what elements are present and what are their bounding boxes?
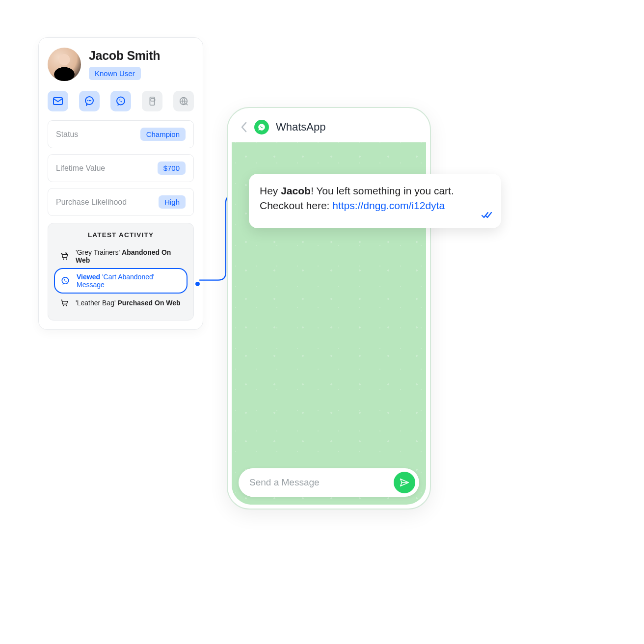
message-link[interactable]: https://dngg.com/i12dyta [332, 200, 445, 211]
whatsapp-logo-icon [254, 120, 269, 134]
stat-likelihood: Purchase Likelihood High [48, 188, 194, 216]
phone-header: WhatsApp [232, 112, 426, 142]
channel-whatsapp[interactable] [110, 91, 131, 111]
channel-web[interactable] [173, 91, 194, 111]
send-button[interactable] [394, 472, 415, 493]
send-icon [399, 477, 410, 488]
whatsapp-icon [115, 95, 127, 107]
whatsapp-icon [60, 275, 71, 286]
activity-title: LATEST ACTIVITY [54, 231, 188, 239]
back-button[interactable] [241, 122, 247, 133]
svg-point-5 [117, 97, 125, 105]
globe-icon [178, 96, 189, 107]
svg-point-9 [63, 259, 64, 260]
message-bubble: Hey Jacob! You left something in you car… [249, 174, 501, 228]
activity-text: 'Leather Bag' Purchased On Web [76, 299, 181, 307]
read-receipt-icon [482, 208, 492, 223]
known-user-badge: Known User [89, 67, 141, 80]
chat-bubble-icon [83, 95, 95, 107]
profile-ident: Jacob Smith Known User [89, 49, 160, 80]
channel-push[interactable] [142, 91, 162, 111]
profile-name: Jacob Smith [89, 49, 160, 63]
chevron-left-icon [241, 122, 247, 133]
stat-label: Lifetime Value [56, 164, 105, 173]
activity-item[interactable]: 'Grey Trainers' Abandoned On Web [54, 244, 188, 268]
compose-input[interactable]: Send a Message [249, 477, 394, 488]
push-icon [147, 96, 158, 107]
svg-point-12 [63, 305, 64, 307]
connector-dot-start [195, 282, 200, 286]
stat-label: Purchase Likelihood [56, 198, 127, 207]
channel-sms[interactable] [79, 91, 100, 111]
stat-value: Champion [140, 128, 186, 141]
activity-text: Viewed 'Cart Abandoned' Message [77, 273, 182, 289]
app-title: WhatsApp [276, 121, 326, 134]
phone-mock: WhatsApp Send a Message [227, 107, 431, 510]
stat-label: Status [56, 130, 78, 139]
cart-icon [59, 297, 70, 308]
svg-point-2 [87, 100, 88, 101]
activity-item-highlight[interactable]: Viewed 'Cart Abandoned' Message [54, 268, 188, 294]
profile-card: Jacob Smith Known User Status Champion L… [38, 37, 203, 330]
stat-ltv: Lifetime Value $700 [48, 154, 194, 182]
channel-row [48, 91, 194, 111]
svg-point-10 [66, 259, 67, 260]
activity-item[interactable]: 'Leather Bag' Purchased On Web [54, 294, 188, 312]
svg-point-4 [90, 100, 91, 101]
avatar [48, 48, 81, 81]
svg-point-3 [89, 100, 90, 101]
latest-activity-card: LATEST ACTIVITY 'Grey Trainers' Abandone… [48, 223, 194, 321]
compose-bar: Send a Message [239, 468, 419, 497]
stat-status: Status Champion [48, 120, 194, 148]
cart-x-icon [59, 251, 70, 262]
svg-point-13 [66, 305, 67, 307]
channel-email[interactable] [48, 91, 68, 111]
profile-header: Jacob Smith Known User [48, 48, 194, 81]
svg-point-11 [62, 277, 68, 284]
activity-text: 'Grey Trainers' Abandoned On Web [76, 248, 183, 264]
email-icon [52, 95, 64, 107]
phone-screen: WhatsApp Send a Message [232, 112, 426, 505]
stat-value: $700 [158, 161, 186, 175]
stat-value: High [159, 195, 186, 209]
message-text: Hey Jacob! You left something in you car… [260, 185, 454, 211]
